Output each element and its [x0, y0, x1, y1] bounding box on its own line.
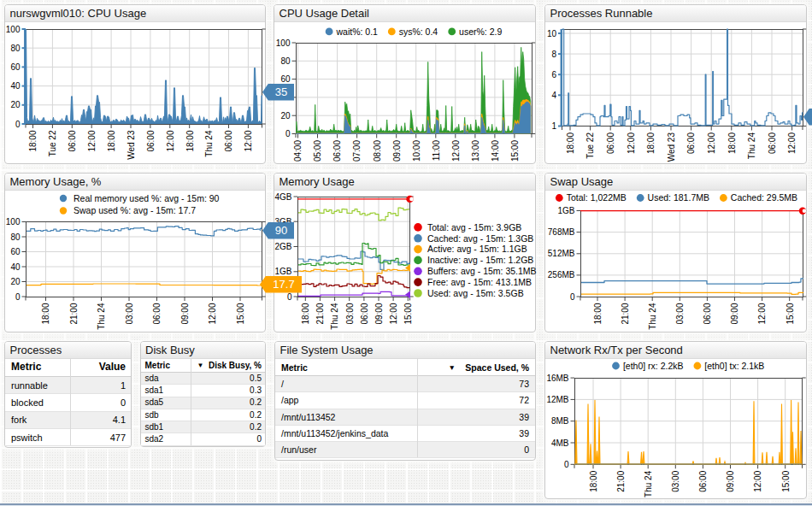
svg-text:05:00: 05:00	[313, 139, 322, 161]
svg-text:60: 60	[280, 74, 291, 84]
svg-text:12:00: 12:00	[244, 130, 253, 151]
svg-text:12MB: 12MB	[546, 395, 568, 404]
svg-text:21:00: 21:00	[69, 303, 79, 324]
svg-text:Thu 24: Thu 24	[644, 470, 653, 497]
svg-text:Buffers: avg - 15m: 35.1MB: Buffers: avg - 15m: 35.1MB	[427, 266, 537, 276]
svg-text:Total: 1,022MB: Total: 1,022MB	[567, 192, 627, 203]
svg-text:8: 8	[551, 49, 556, 58]
svg-text:6: 6	[551, 69, 556, 79]
svg-text:15:00: 15:00	[236, 303, 245, 324]
svg-text:12:00: 12:00	[208, 303, 217, 324]
svg-text:06:00: 06:00	[686, 132, 696, 153]
svg-text:Cached: 29.5MB: Cached: 29.5MB	[731, 192, 797, 203]
svg-text:1GB: 1GB	[274, 267, 291, 276]
svg-text:06:00: 06:00	[332, 139, 342, 161]
svg-text:06:00: 06:00	[224, 130, 233, 151]
svg-text:40: 40	[10, 81, 21, 91]
svg-text:0: 0	[287, 292, 292, 302]
svg-text:768MB: 768MB	[548, 227, 575, 237]
svg-text:09:00: 09:00	[392, 139, 402, 161]
svg-text:12:00: 12:00	[87, 130, 97, 151]
svg-text:80: 80	[10, 43, 21, 52]
svg-text:06:00: 06:00	[360, 303, 369, 324]
svg-text:Wed 23: Wed 23	[127, 130, 136, 160]
svg-text:100: 100	[6, 217, 21, 227]
svg-text:2GB: 2GB	[274, 242, 291, 251]
svg-text:10: 10	[547, 28, 557, 38]
svg-text:Cached: avg - 15m: 1.3GB: Cached: avg - 15m: 1.3GB	[427, 233, 533, 244]
svg-text:Used: 181.7MB: Used: 181.7MB	[648, 192, 709, 203]
svg-text:100: 100	[276, 38, 291, 47]
svg-text:18:00: 18:00	[593, 303, 603, 324]
svg-text:Active: avg - 15m: 1.1GB: Active: avg - 15m: 1.1GB	[427, 244, 527, 254]
svg-text:06:00: 06:00	[68, 130, 77, 151]
svg-text:15:00: 15:00	[403, 303, 413, 324]
svg-text:10:00: 10:00	[412, 139, 421, 161]
svg-text:12:00: 12:00	[627, 132, 636, 153]
svg-text:Real memory used %: avg - 15m:: Real memory used %: avg - 15m: 90	[74, 193, 220, 203]
svg-text:06:00: 06:00	[703, 303, 712, 324]
svg-text:20: 20	[10, 277, 21, 286]
svg-text:256MB: 256MB	[548, 270, 575, 279]
svg-text:07:00: 07:00	[352, 139, 362, 161]
svg-text:04:00: 04:00	[293, 139, 303, 161]
svg-text:12:00: 12:00	[389, 303, 398, 324]
svg-text:18:00: 18:00	[185, 130, 195, 151]
svg-text:18:00: 18:00	[727, 132, 737, 153]
svg-text:wait%: 0.1: wait%: 0.1	[336, 26, 379, 36]
svg-text:Total: avg - 15m: 3.9GB: Total: avg - 15m: 3.9GB	[427, 222, 521, 232]
svg-text:20: 20	[10, 100, 21, 109]
svg-text:09:00: 09:00	[180, 303, 190, 324]
svg-text:60: 60	[10, 247, 21, 256]
svg-text:12:00: 12:00	[787, 132, 797, 153]
svg-text:Swap used %: avg - 15m: 17.7: Swap used %: avg - 15m: 17.7	[74, 205, 196, 215]
svg-text:03:00: 03:00	[125, 303, 134, 324]
svg-text:21:00: 21:00	[621, 303, 630, 324]
svg-text:0: 0	[15, 119, 21, 128]
svg-text:80: 80	[10, 232, 21, 242]
svg-text:03:00: 03:00	[345, 303, 355, 324]
svg-text:11:00: 11:00	[432, 139, 441, 161]
svg-text:[eth0] tx: 2.1kB: [eth0] tx: 2.1kB	[704, 361, 764, 371]
svg-text:15:00: 15:00	[786, 303, 795, 324]
svg-text:14:00: 14:00	[491, 139, 500, 161]
svg-text:13:00: 13:00	[471, 139, 480, 161]
svg-text:Thu 24: Thu 24	[747, 132, 756, 159]
svg-text:09:00: 09:00	[374, 303, 384, 324]
svg-text:0: 0	[570, 292, 575, 302]
svg-text:60: 60	[10, 62, 21, 71]
svg-text:4GB: 4GB	[274, 192, 291, 202]
svg-text:15:00: 15:00	[510, 139, 520, 161]
svg-text:21:00: 21:00	[616, 470, 626, 491]
svg-text:80: 80	[280, 56, 291, 65]
svg-text:20: 20	[280, 110, 291, 120]
svg-text:03:00: 03:00	[671, 470, 680, 491]
svg-text:06:00: 06:00	[606, 132, 615, 153]
svg-text:8MB: 8MB	[551, 416, 569, 426]
svg-text:Thu 24: Thu 24	[97, 303, 106, 330]
svg-text:100: 100	[6, 24, 21, 33]
svg-text:512MB: 512MB	[548, 249, 575, 258]
svg-text:18:00: 18:00	[566, 132, 575, 153]
svg-text:18:00: 18:00	[28, 130, 38, 151]
svg-text:Tue 22: Tue 22	[585, 132, 595, 158]
svg-text:Thu 24: Thu 24	[648, 303, 657, 330]
svg-text:18:00: 18:00	[646, 132, 656, 153]
svg-text:06:00: 06:00	[768, 132, 777, 153]
svg-text:12:00: 12:00	[753, 470, 762, 491]
svg-text:08:00: 08:00	[373, 139, 382, 161]
svg-text:Thu 24: Thu 24	[204, 130, 214, 157]
svg-text:12:00: 12:00	[166, 130, 175, 151]
svg-text:Inactive: avg - 15m: 1.2GB: Inactive: avg - 15m: 1.2GB	[427, 255, 533, 265]
svg-text:12:00: 12:00	[451, 139, 461, 161]
svg-text:18:00: 18:00	[107, 130, 116, 151]
svg-text:21:00: 21:00	[315, 303, 325, 324]
svg-text:1GB: 1GB	[557, 206, 574, 215]
svg-text:user%: 2.9: user%: 2.9	[459, 26, 502, 36]
svg-text:Used: avg - 15m: 3.5GB: Used: avg - 15m: 3.5GB	[427, 288, 524, 298]
svg-text:0: 0	[285, 129, 291, 138]
svg-text:40: 40	[10, 262, 21, 272]
svg-text:12:00: 12:00	[707, 132, 716, 153]
svg-text:15:00: 15:00	[781, 470, 791, 491]
svg-text:0: 0	[15, 292, 21, 302]
